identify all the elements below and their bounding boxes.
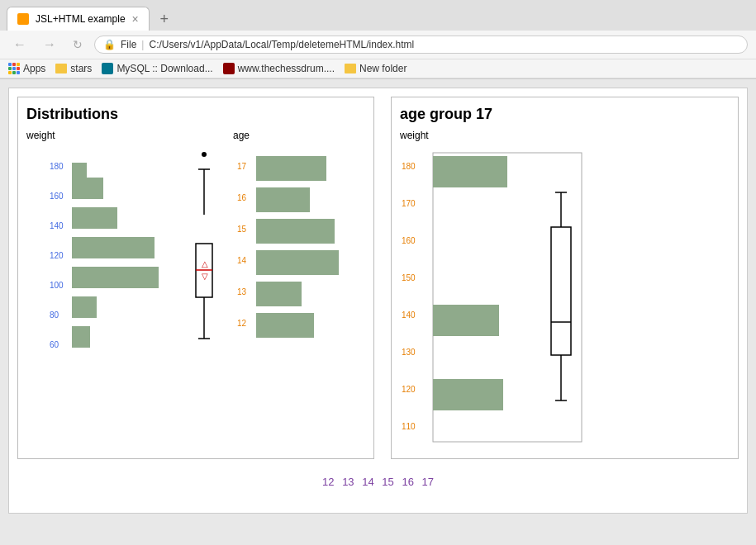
bookmark-apps-label: Apps (23, 63, 45, 74)
distributions-title: Distributions (26, 106, 365, 123)
svg-text:110: 110 (402, 422, 416, 431)
svg-text:△: △ (202, 259, 208, 268)
weight-chart-svg: 180 160 140 120 100 80 60 (26, 145, 233, 384)
page-link-13[interactable]: 13 (342, 476, 354, 488)
page-content: Distributions weight 180 160 140 120 100… (8, 88, 748, 514)
back-button[interactable]: ← (8, 36, 31, 54)
svg-text:14: 14 (237, 256, 247, 265)
svg-rect-33 (256, 282, 302, 306)
svg-text:120: 120 (402, 385, 416, 394)
svg-text:▽: ▽ (202, 272, 208, 281)
forward-button[interactable]: → (38, 36, 61, 54)
svg-text:140: 140 (50, 221, 64, 230)
svg-rect-44 (433, 156, 507, 187)
svg-rect-12 (72, 296, 97, 318)
address-file-label: File (121, 39, 136, 50)
age-chart-svg: 17 16 15 14 13 12 (233, 145, 365, 384)
tab-bar: JSL+HTML example × + (0, 0, 756, 31)
svg-text:60: 60 (50, 340, 59, 349)
svg-rect-34 (256, 313, 314, 338)
address-bar[interactable]: 🔒 File | C:/Users/v1/AppData/Local/Temp/… (94, 36, 748, 54)
active-tab[interactable]: JSL+HTML example × (7, 7, 150, 31)
page-link-17[interactable]: 17 (422, 476, 434, 488)
weight-label: weight (26, 130, 233, 141)
tab-title: JSL+HTML example (36, 13, 126, 25)
svg-text:160: 160 (50, 192, 64, 201)
bookmark-apps[interactable]: Apps (8, 63, 45, 74)
svg-rect-46 (433, 379, 503, 410)
refresh-button[interactable]: ↻ (68, 36, 88, 53)
bookmark-mysql[interactable]: MySQL :: Download... (102, 63, 212, 74)
bookmark-stars-label: stars (70, 63, 92, 74)
svg-text:160: 160 (402, 236, 416, 245)
nav-bar: ← → ↻ 🔒 File | C:/Users/v1/AppData/Local… (0, 31, 756, 59)
bookmark-newfolder-label: New folder (359, 63, 407, 74)
svg-rect-11 (72, 267, 159, 288)
bookmark-mysql-label: MySQL :: Download... (116, 63, 212, 74)
main-layout: Distributions weight 180 160 140 120 100… (17, 97, 739, 459)
svg-rect-9 (72, 207, 117, 229)
svg-text:150: 150 (402, 273, 416, 282)
weight-chart-section: weight 180 160 140 120 100 80 60 (26, 130, 233, 384)
age-group-panel: age group 17 weight 180 170 160 150 140 … (391, 97, 739, 459)
svg-text:180: 180 (50, 162, 64, 171)
svg-text:120: 120 (50, 251, 64, 260)
page-link-14[interactable]: 14 (362, 476, 373, 488)
mysql-icon (102, 63, 113, 74)
apps-grid-icon (8, 63, 20, 74)
svg-text:15: 15 (237, 225, 247, 234)
svg-text:16: 16 (237, 193, 247, 202)
svg-text:180: 180 (402, 162, 416, 171)
bookmark-chess[interactable]: www.thechessdrum.... (223, 63, 335, 74)
bookmark-stars[interactable]: stars (55, 63, 92, 74)
svg-rect-8 (72, 178, 103, 199)
address-url: C:/Users/v1/AppData/Local/Temp/deletemeH… (149, 39, 414, 50)
distributions-panel: Distributions weight 180 160 140 120 100… (17, 97, 374, 459)
bookmark-chess-label: www.thechessdrum.... (238, 63, 335, 74)
chess-icon (223, 63, 235, 74)
svg-rect-13 (72, 326, 90, 348)
svg-rect-30 (256, 187, 310, 212)
bookmarks-bar: Apps stars MySQL :: Download... www.thec… (0, 59, 756, 78)
svg-point-22 (202, 152, 207, 157)
tab-favicon (17, 13, 29, 25)
svg-text:140: 140 (402, 310, 416, 320)
lock-icon: 🔒 (103, 39, 116, 50)
browser-chrome: JSL+HTML example × + ← → ↻ 🔒 File | C:/U… (0, 0, 756, 79)
svg-text:17: 17 (237, 162, 247, 171)
svg-rect-10 (72, 237, 155, 258)
page-link-15[interactable]: 15 (382, 476, 393, 488)
pagination: 12 13 14 15 16 17 (17, 459, 739, 505)
new-folder-icon (345, 64, 356, 73)
svg-text:170: 170 (402, 199, 416, 208)
tab-close-button[interactable]: × (132, 12, 139, 26)
new-tab-button[interactable]: + (153, 7, 176, 31)
svg-text:80: 80 (50, 310, 59, 320)
svg-rect-32 (256, 250, 339, 275)
page-link-16[interactable]: 16 (402, 476, 413, 488)
age-label: age (233, 130, 365, 141)
charts-row: weight 180 160 140 120 100 80 60 (26, 130, 365, 384)
right-weight-label: weight (400, 130, 730, 141)
bookmark-newfolder[interactable]: New folder (345, 63, 407, 74)
svg-text:12: 12 (237, 319, 247, 328)
svg-text:100: 100 (50, 281, 64, 290)
age-group-chart-svg: 180 170 160 150 140 130 120 110 (400, 145, 615, 450)
folder-icon (55, 64, 67, 73)
svg-rect-31 (256, 219, 335, 244)
address-separator: | (141, 39, 144, 50)
age-chart-section: age 17 16 15 14 13 12 (233, 130, 365, 384)
age-group-title: age group 17 (400, 106, 730, 123)
svg-rect-49 (551, 227, 571, 355)
svg-rect-29 (256, 156, 326, 181)
svg-text:130: 130 (402, 348, 416, 357)
svg-rect-7 (72, 163, 87, 178)
svg-text:13: 13 (237, 287, 247, 296)
page-link-12[interactable]: 12 (322, 476, 334, 488)
svg-rect-45 (433, 305, 499, 336)
